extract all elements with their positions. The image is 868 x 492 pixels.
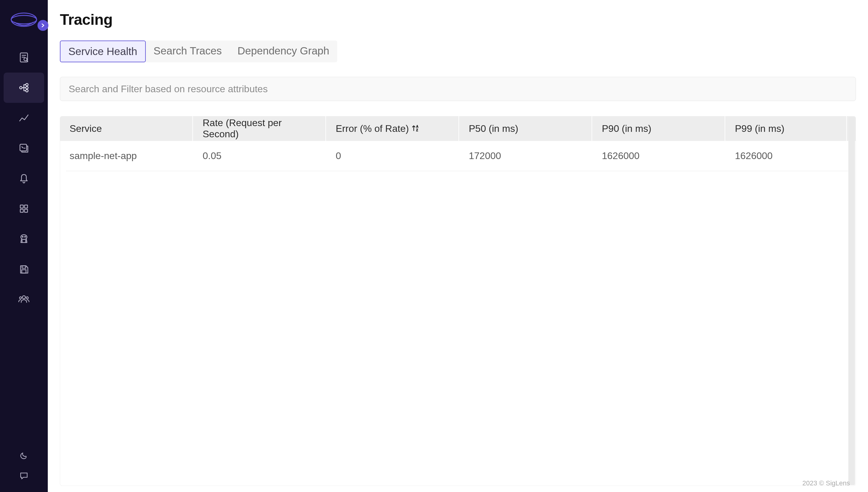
column-header-p90[interactable]: P90 (in ms) <box>592 116 725 141</box>
nav-item-tracing[interactable] <box>4 73 44 103</box>
table-header: Service Rate (Request per Second) Error … <box>60 116 856 141</box>
main-content: Tracing Service Health Search Traces Dep… <box>48 0 868 492</box>
tracing-icon <box>18 82 30 94</box>
save-icon <box>18 263 30 275</box>
column-header-rate[interactable]: Rate (Request per Second) <box>193 116 326 141</box>
nav-item-save[interactable] <box>4 254 44 284</box>
grid-apps-icon <box>18 203 30 215</box>
cell-p99: 1626000 <box>731 150 850 162</box>
svg-text:A: A <box>416 125 418 128</box>
logo-area <box>0 0 48 39</box>
table-row[interactable]: sample-net-app 0.05 0 172000 1626000 162… <box>66 141 850 171</box>
column-header-p99[interactable]: P99 (in ms) <box>725 116 847 141</box>
logo-icon <box>9 10 39 29</box>
cell-error: 0 <box>332 150 465 162</box>
svg-point-25 <box>20 297 22 299</box>
chat-icon <box>19 470 29 481</box>
cell-p90: 1626000 <box>598 150 731 162</box>
column-header-label: Rate (Request per Second) <box>203 117 316 140</box>
expand-sidebar-button[interactable] <box>38 20 48 31</box>
svg-point-19 <box>25 237 26 237</box>
sidebar-bottom <box>0 445 48 492</box>
svg-rect-14 <box>25 205 27 208</box>
moon-icon <box>19 450 29 461</box>
chevron-right-icon <box>41 23 45 28</box>
robot-icon <box>18 233 30 245</box>
page-title: Tracing <box>60 11 856 28</box>
cell-p50: 172000 <box>465 150 598 162</box>
bell-icon <box>18 172 30 184</box>
tab-service-health[interactable]: Service Health <box>60 41 146 62</box>
cell-rate: 0.05 <box>199 150 332 162</box>
search-file-icon <box>18 51 30 64</box>
svg-point-18 <box>22 237 23 237</box>
column-header-label: P90 (in ms) <box>602 123 651 134</box>
nav-item-dashboards[interactable] <box>4 194 44 224</box>
nav-item-bot[interactable] <box>4 224 44 254</box>
svg-rect-22 <box>22 266 26 268</box>
svg-text:Z: Z <box>416 128 418 132</box>
svg-rect-11 <box>20 144 27 151</box>
sidebar <box>0 0 48 492</box>
column-header-label: P99 (in ms) <box>735 123 785 134</box>
search-input[interactable] <box>60 77 856 101</box>
column-header-p50[interactable]: P50 (in ms) <box>459 116 592 141</box>
column-header-service[interactable]: Service <box>60 116 193 141</box>
service-health-table: Service Rate (Request per Second) Error … <box>60 116 856 486</box>
column-header-label: Error (% of Rate) <box>336 123 409 134</box>
table-body: sample-net-app 0.05 0 172000 1626000 162… <box>60 141 856 171</box>
svg-point-24 <box>22 296 25 299</box>
tabs: Service Health Search Traces Dependency … <box>60 41 337 62</box>
search-wrapper <box>60 77 856 101</box>
nav-item-metrics[interactable] <box>4 103 44 133</box>
svg-rect-23 <box>22 270 26 273</box>
nav-item-stacks[interactable] <box>4 133 44 163</box>
line-chart-icon <box>18 112 30 124</box>
column-header-label: P50 (in ms) <box>469 123 518 134</box>
nav-item-alerts[interactable] <box>4 163 44 194</box>
svg-point-26 <box>26 297 28 299</box>
column-header-label: Service <box>70 123 102 134</box>
stacks-icon <box>18 142 30 154</box>
sort-asc-icon: A Z <box>411 124 420 133</box>
svg-rect-15 <box>20 209 23 212</box>
nav-item-search-logs[interactable] <box>4 42 44 73</box>
footer-copyright: 2023 © SigLens <box>802 479 850 487</box>
column-header-error[interactable]: Error (% of Rate) A Z <box>326 116 459 141</box>
feedback-button[interactable] <box>4 465 44 486</box>
users-icon <box>18 293 30 305</box>
svg-rect-16 <box>25 209 27 212</box>
theme-toggle[interactable] <box>4 445 44 465</box>
cell-service: sample-net-app <box>66 150 199 162</box>
tab-search-traces[interactable]: Search Traces <box>146 41 230 62</box>
tab-dependency-graph[interactable]: Dependency Graph <box>229 41 337 62</box>
nav-item-users[interactable] <box>4 284 44 315</box>
scrollbar-track[interactable] <box>848 117 855 485</box>
nav <box>0 39 48 445</box>
svg-rect-13 <box>20 205 23 208</box>
